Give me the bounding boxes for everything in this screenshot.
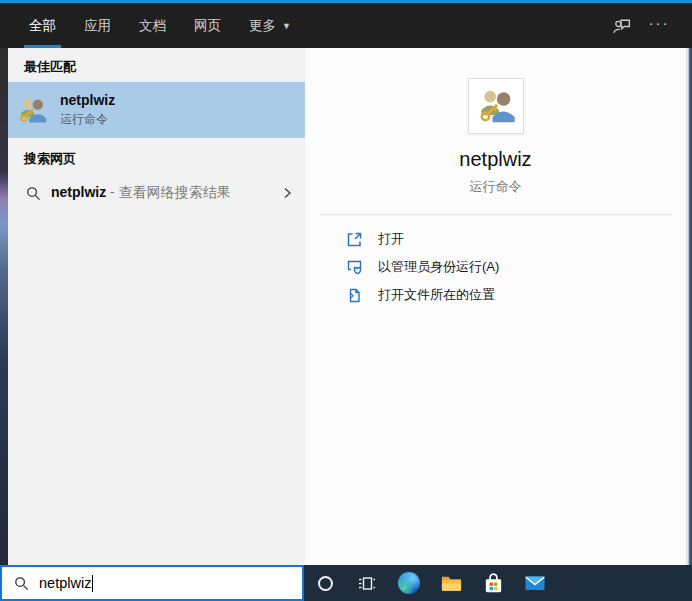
user-accounts-icon [475,85,517,127]
user-accounts-icon [16,94,48,126]
best-match-text: netplwiz 运行命令 [60,92,115,128]
search-flyout-body: 最佳匹配 netplwiz 运行命令 搜索网页 netplwiz [0,48,692,565]
chevron-right-icon[interactable] [281,187,293,199]
tab-all-label: 全部 [29,17,56,35]
best-match-section-title: 最佳匹配 [8,48,305,82]
open-file-location-icon [347,288,362,303]
preview-divider [319,214,672,215]
taskbar-search-input[interactable]: netplwiz [0,565,304,601]
tab-web[interactable]: 网页 [189,3,226,48]
task-view-button[interactable] [346,565,388,601]
text-cursor [92,575,93,592]
web-search-suffix: - 查看网络搜索结果 [106,184,230,200]
tab-apps[interactable]: 应用 [79,3,116,48]
web-search-section-title: 搜索网页 [8,138,305,174]
ellipsis-icon: ··· [649,18,670,34]
action-open-file-location[interactable]: 打开文件所在的位置 [305,281,686,309]
taskbar-icons [304,565,692,601]
desktop-wallpaper-edge [0,48,8,565]
open-icon [347,232,362,247]
taskbar: netplwiz [0,565,692,601]
best-match-title: netplwiz [60,92,115,108]
search-icon [14,576,29,591]
run-as-admin-icon [347,260,362,275]
best-match-result-netplwiz[interactable]: netplwiz 运行命令 [8,82,305,138]
tab-more[interactable]: 更多 ▼ [244,3,296,48]
tab-apps-label: 应用 [84,17,111,35]
best-match-subtitle: 运行命令 [60,111,115,128]
mail-icon [523,571,547,595]
screen-right-edge [686,48,692,565]
edge-button[interactable] [388,565,430,601]
preview-icon-box [468,78,524,134]
user-feedback-icon[interactable] [610,15,632,37]
search-input-value: netplwiz [39,575,91,591]
cortana-icon [318,576,333,591]
preview-panel: netplwiz 运行命令 打开 以管理员身份运行(A) [305,48,686,565]
search-icon [26,186,41,201]
file-explorer-icon [440,572,463,595]
tab-more-label: 更多 [249,17,276,35]
task-view-icon [357,573,378,594]
action-run-as-admin[interactable]: 以管理员身份运行(A) [305,253,686,281]
web-search-text: netplwiz - 查看网络搜索结果 [51,184,231,202]
edge-icon [398,572,420,594]
action-open[interactable]: 打开 [305,225,686,253]
cortana-button[interactable] [304,565,346,601]
web-search-query: netplwiz [51,184,106,200]
search-filter-tabs: 全部 应用 文档 网页 更多 ▼ [24,3,296,48]
preview-title: netplwiz [459,148,531,171]
action-open-label: 打开 [378,230,404,248]
preview-subtitle: 运行命令 [470,178,522,196]
action-run-as-admin-label: 以管理员身份运行(A) [378,258,499,276]
action-open-file-location-label: 打开文件所在的位置 [378,286,495,304]
results-panel: 最佳匹配 netplwiz 运行命令 搜索网页 netplwiz [8,48,305,565]
tab-documents[interactable]: 文档 [134,3,171,48]
header-actions: ··· [610,3,670,48]
chevron-down-icon: ▼ [282,21,291,31]
search-header: 全部 应用 文档 网页 更多 ▼ ··· [0,3,692,48]
file-explorer-button[interactable] [430,565,472,601]
web-search-result[interactable]: netplwiz - 查看网络搜索结果 [8,174,305,212]
preview-actions: 打开 以管理员身份运行(A) 打开文件所在的位置 [305,225,686,309]
tab-documents-label: 文档 [139,17,166,35]
tab-web-label: 网页 [194,17,221,35]
tab-all[interactable]: 全部 [24,3,61,48]
more-options-button[interactable]: ··· [648,15,670,37]
mail-button[interactable] [514,565,556,601]
store-icon [482,572,505,595]
store-button[interactable] [472,565,514,601]
